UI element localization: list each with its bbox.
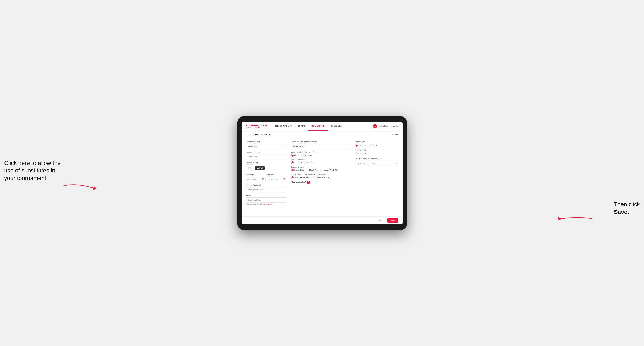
back-link[interactable]: < Back [392, 133, 398, 136]
user-label: blair admin [379, 125, 388, 127]
tournament-name-input[interactable] [246, 154, 287, 159]
match-play-radio[interactable] [306, 169, 308, 171]
format-6count5-radio[interactable] [355, 152, 358, 155]
teams-option[interactable]: Teams (+Individuals) [291, 176, 312, 179]
tablet-frame: SCOREBOARD Powered by clippd TOURNAMENTS… [238, 116, 407, 230]
tournament-host-group: Tournament Host ▾ [246, 141, 287, 149]
event-type-radio-group: Teams (+Individuals) Individuals Only [291, 176, 351, 179]
calendar-icon: 📅 [262, 178, 264, 180]
avatar: B [373, 124, 377, 128]
scoring-api-select-wrapper: Select a scoring service ▾ [355, 161, 398, 166]
rounds-3-option[interactable]: 3 [304, 162, 308, 164]
upload-button[interactable]: Upload [255, 166, 265, 170]
format-other-label: Other [373, 144, 378, 146]
sponsor-label: Sponsor (optional) [246, 184, 287, 186]
nav-rankings[interactable]: RANKINGS [328, 122, 345, 131]
tournament-name-group: Tournament name [246, 151, 287, 159]
division-select[interactable]: NCAA Division I NCAA Division II NCAA Di… [291, 144, 351, 149]
format-other-option[interactable]: Other [370, 144, 378, 147]
division-select-wrapper: NCAA Division I NCAA Division II NCAA Di… [291, 144, 351, 149]
rounds-1-radio[interactable] [291, 162, 294, 164]
venue-field[interactable] [248, 199, 284, 201]
format-5count4-radio[interactable] [355, 144, 358, 147]
rounds-3-label: 3 [307, 162, 308, 164]
gender-mens-radio[interactable] [291, 154, 294, 157]
event-type-label: Is this event for Teams and/or Individua… [291, 173, 351, 175]
gender-mens-option[interactable]: Mens [291, 154, 299, 157]
gender-womens-radio[interactable] [301, 154, 304, 157]
match-play-label: Match Play [309, 169, 318, 171]
arrow-right-annotation [557, 214, 594, 223]
page-header: Create Tournament < Back [242, 131, 403, 138]
division-label: Which division is the event for? [291, 141, 351, 143]
rounds-2-label: 2 [301, 162, 302, 164]
tournament-host-field[interactable] [248, 145, 284, 148]
rounds-4-label: 4 [314, 162, 315, 164]
sponsor-input[interactable] [246, 187, 287, 192]
email-support-link[interactable]: email support [263, 203, 272, 205]
event-type-group: Is this event for Teams and/or Individua… [291, 173, 351, 179]
venue-help-text: Can't find your venue? email support [246, 203, 287, 205]
sponsor-field[interactable] [248, 189, 285, 191]
format-6count4-radio[interactable] [355, 149, 358, 151]
arrow-left-annotation [60, 180, 101, 192]
rounds-1-option[interactable]: 1 [291, 162, 296, 164]
medal-match-play-radio[interactable] [320, 169, 323, 171]
allow-substitutes-group: Allow substitutes? [291, 181, 351, 183]
match-play-option[interactable]: Match Play [306, 169, 318, 171]
calendar-icon-end: 📅 [283, 178, 286, 180]
rounds-3-radio[interactable] [304, 162, 306, 164]
teams-radio[interactable] [291, 176, 294, 179]
format-6count4-option[interactable]: 6 count 4 [355, 149, 398, 151]
cancel-button[interactable]: Cancel [374, 218, 386, 223]
format-6count5-option[interactable]: 6 count 5 [355, 152, 398, 155]
app-logo: SCOREBOARD Powered by clippd [246, 124, 267, 128]
medal-match-play-label: Medal Match Play [324, 169, 338, 171]
tournament-name-field[interactable] [248, 156, 285, 158]
tournament-host-label: Tournament Host [246, 141, 287, 143]
format-5count4-option[interactable]: 5 count 4 [355, 144, 366, 147]
nav-tournaments[interactable]: TOURNAMENTS [272, 122, 295, 131]
gender-womens-label: Womens [304, 154, 312, 156]
tournament-name-label: Tournament name [246, 151, 287, 153]
nav-teams[interactable]: TEAMS [295, 122, 309, 131]
col-left: Tournament Host ▾ Tournament name Tourna… [246, 141, 287, 213]
venue-dropdown-arrow-icon: ▾ [284, 199, 285, 201]
rounds-group: Number of rounds 1 2 3 [291, 159, 351, 164]
scoring-api-select[interactable]: Select a scoring service [355, 161, 398, 166]
gender-womens-option[interactable]: Womens [301, 154, 312, 157]
individuals-only-option[interactable]: Individuals Only [314, 176, 330, 179]
dates-row: Start date Pick a date 📅 End date Pick a… [246, 174, 287, 182]
stroke-play-radio[interactable] [291, 169, 294, 171]
medal-match-play-option[interactable]: Medal Match Play [320, 169, 338, 171]
end-date-group: End date Pick a date 📅 [267, 174, 287, 182]
rounds-2-option[interactable]: 2 [298, 162, 302, 164]
form-footer: Cancel Save [242, 216, 403, 224]
allow-substitutes-label: Allow substitutes? [291, 181, 306, 183]
nav-committee[interactable]: COMMITTEE [308, 122, 328, 131]
individuals-only-label: Individuals Only [317, 176, 330, 178]
gender-label: Which gender is the event for? [291, 151, 351, 153]
venue-input[interactable]: ▾ [246, 197, 287, 203]
start-date-input[interactable]: Pick a date 📅 [246, 177, 266, 182]
tournament-logo-label: Tournament logo [246, 162, 287, 164]
dropdown-arrow-icon: ▾ [284, 145, 285, 147]
nav-bar: SCOREBOARD Powered by clippd TOURNAMENTS… [242, 122, 403, 131]
individuals-only-radio[interactable] [314, 176, 316, 179]
end-date-input[interactable]: Pick a date 📅 [267, 177, 287, 182]
start-date-group: Start date Pick a date 📅 [246, 174, 266, 182]
format-other-radio[interactable] [370, 144, 372, 147]
save-button[interactable]: Save [387, 218, 398, 223]
annotation-right: Then click Save. [614, 201, 640, 216]
sign-out-link[interactable]: Sign out [392, 125, 398, 127]
nav-user: B blair admin | Sign out [373, 124, 398, 128]
tournament-host-input[interactable]: ▾ [246, 144, 287, 149]
rounds-4-option[interactable]: 4 [310, 162, 315, 164]
nav-items: TOURNAMENTS TEAMS COMMITTEE RANKINGS [272, 122, 373, 131]
stroke-play-option[interactable]: Stroke Play [291, 169, 304, 171]
rounds-2-radio[interactable] [298, 162, 300, 164]
allow-substitutes-checkbox[interactable] [307, 181, 310, 183]
rounds-4-radio[interactable] [310, 162, 313, 164]
gender-mens-label: Mens [294, 154, 299, 156]
venue-label: Venue [246, 194, 287, 196]
